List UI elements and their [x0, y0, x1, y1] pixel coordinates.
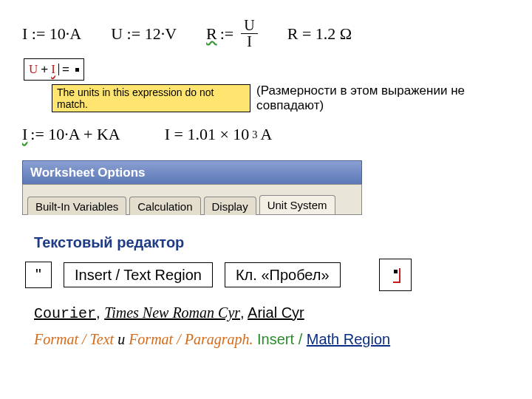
math-row-2: I := 10·A + KA I = 1.01 × 103 A [22, 125, 532, 144]
tab-built-in-variables[interactable]: Built-In Variables [27, 197, 126, 215]
i-result-base: I = 1.01 × 10 [165, 125, 250, 144]
expr-i-def: I := 10·A [22, 24, 81, 44]
assign-op: := [220, 24, 234, 44]
section-heading-text-editor: Текстовый редактор [34, 234, 532, 251]
fraction-u-over-i: U I [241, 18, 257, 50]
and-word: и [114, 331, 129, 347]
placeholder-slot [75, 68, 79, 72]
sep2: , [240, 304, 248, 321]
text-editor-tools-row: " Insert / Text Region Кл. «Пробел» [25, 259, 532, 291]
quote-button[interactable]: " [25, 262, 52, 288]
i-def-2-rhs: := 10·A + KA [30, 125, 120, 144]
sep1: , [96, 304, 104, 321]
expr-i-result: I = 1.01 × 103 A [165, 125, 273, 144]
expr-r-result: R = 1.2 Ω [287, 24, 352, 44]
menu-format-text: Format / Text [34, 331, 114, 347]
menu-math-region: Math Region [307, 331, 390, 347]
frac-num: U [241, 18, 257, 34]
font-courier: Courier [34, 305, 96, 322]
space-key-button[interactable]: Кл. «Пробел» [225, 262, 341, 287]
text-cursor [58, 64, 59, 75]
warning-row: The units in this expression do not matc… [52, 83, 532, 113]
tab-display[interactable]: Display [204, 197, 256, 215]
typed-u: U [29, 62, 38, 77]
insert-text-region-button[interactable]: Insert / Text Region [64, 262, 213, 287]
sample-caret [399, 268, 400, 282]
menu-insert: Insert / [253, 331, 307, 347]
expr-r-def: R := U I [206, 18, 258, 50]
warning-tooltip: The units in this expression do not matc… [52, 84, 250, 112]
typed-eq: = [62, 62, 69, 77]
expr-u-def: U := 12·V [111, 24, 177, 44]
typed-expression-box[interactable]: U + I = [24, 58, 84, 81]
menu-format-paragraph: Format / Paragraph [129, 331, 249, 347]
var-r: R [206, 24, 217, 44]
warning-translation: (Размерности в этом выражении не совпада… [256, 83, 532, 113]
expr-i-def-2: I := 10·A + KA [22, 125, 120, 144]
font-times: Times New Roman Cyr [104, 304, 240, 321]
sample-placeholder-dot [394, 270, 398, 273]
font-arial: Arial Cyr [248, 304, 304, 321]
format-line: Format / Text и Format / Paragraph. Inse… [34, 331, 532, 348]
window-titlebar[interactable]: Worksheet Options [22, 160, 362, 184]
var-i2: I [22, 125, 27, 144]
sample-underline [393, 282, 400, 283]
page: I := 10·A U := 12·V R := U I R = 1.2 Ω U… [0, 0, 532, 399]
typed-plus: + [41, 62, 48, 77]
math-row-1: I := 10·A U := 12·V R := U I R = 1.2 Ω [22, 18, 532, 50]
i-result-unit: A [261, 125, 273, 144]
text-cursor-sample [379, 259, 412, 291]
typed-i: I [51, 62, 55, 77]
tab-unit-system[interactable]: Unit System [259, 195, 335, 214]
tab-bar: Built-In Variables Calculation Display U… [22, 184, 362, 215]
tab-calculation[interactable]: Calculation [129, 197, 200, 215]
fonts-line: Courier, Times New Roman Cyr, Arial Cyr [34, 304, 532, 322]
frac-den: I [244, 34, 255, 50]
